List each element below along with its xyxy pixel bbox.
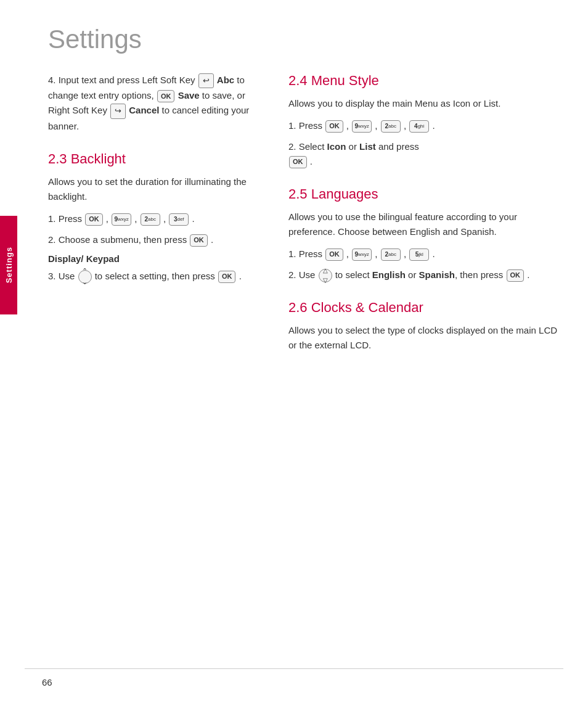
- 2abc-key-3: 2abc: [381, 248, 401, 261]
- 2abc-key-1: 2abc: [141, 213, 160, 226]
- ok-key-7: OK: [325, 248, 343, 261]
- 9wxyz-key-3: 9wxyz: [352, 248, 372, 261]
- main-content: Settings 4. Input text and press Left So…: [17, 0, 588, 385]
- right-soft-key-icon: [110, 104, 126, 119]
- section-24-heading: 2.4 Menu Style: [288, 73, 563, 89]
- right-column: 2.4 Menu Style Allows you to display the…: [288, 73, 563, 360]
- icon-option: Icon: [327, 141, 346, 152]
- sidebar-tab-label: Settings: [4, 247, 14, 283]
- columns: 4. Input text and press Left Soft Key Ab…: [48, 73, 563, 360]
- 9wxyz-key-1: 9wxyz: [112, 213, 131, 226]
- left-soft-key-icon: [198, 73, 214, 89]
- step-25-1-content: 1. Press OK , 9wxyz , 2abc , 5jkl .: [288, 247, 563, 261]
- step-25-1: 1. Press OK , 9wxyz , 2abc , 5jkl .: [288, 247, 563, 261]
- 3def-key-1: 3def: [169, 213, 189, 226]
- cancel-label: Cancel: [129, 105, 159, 115]
- step-25-2-content: 2. Use △▽ to select English or Spanish, …: [288, 268, 563, 282]
- step-23-2-content: 2. Choose a submenu, then press OK .: [48, 232, 258, 247]
- spanish-option: Spanish: [419, 269, 455, 280]
- display-keypad-label: Display/ Keypad: [48, 253, 258, 264]
- section-25-heading: 2.5 Languages: [288, 186, 563, 202]
- sidebar-tab: Settings: [0, 216, 17, 314]
- section-24-desc: Allows you to display the main Menu as I…: [288, 96, 563, 111]
- 9wxyz-key-2: 9wxyz: [352, 120, 372, 133]
- step-23-1-content: 1. Press OK , 9wxyz , 2abc , 3def .: [48, 211, 258, 226]
- ok-key-5: OK: [325, 120, 343, 133]
- step-23-2: 2. Choose a submenu, then press OK .: [48, 232, 258, 247]
- ok-key-2: OK: [85, 213, 103, 226]
- section-26-heading: 2.6 Clocks & Calendar: [288, 300, 563, 316]
- ok-key-6: OK: [289, 156, 307, 168]
- section-26-desc: Allows you to select the type of clocks …: [288, 323, 563, 353]
- step-23-1: 1. Press OK , 9wxyz , 2abc , 3def .: [48, 211, 258, 226]
- 4ghi-key-1: 4ghi: [409, 120, 429, 133]
- ok-key-3: OK: [190, 234, 208, 247]
- page-number: 66: [42, 677, 52, 688]
- page-title: Settings: [48, 25, 563, 54]
- 5jkl-key-1: 5jkl: [409, 248, 429, 261]
- step-23-3: 3. Use ⌃⌄ to select a setting, then pres…: [48, 269, 258, 284]
- nav-up-down-icon: ⌃⌄: [78, 270, 92, 284]
- abc-label: Abc: [217, 75, 234, 85]
- step-24-1: 1. Press OK , 9wxyz , 2abc , 4ghi .: [288, 118, 563, 133]
- section-23-heading: 2.3 Backlight: [48, 151, 258, 167]
- 2abc-key-2: 2abc: [381, 120, 401, 133]
- ok-key-8: OK: [507, 269, 525, 282]
- ok-key-4: OK: [218, 271, 236, 283]
- left-column: 4. Input text and press Left Soft Key Ab…: [48, 73, 258, 360]
- step-4-content: 4. Input text and press Left Soft Key Ab…: [48, 73, 258, 134]
- nav-icon-25: △▽: [319, 269, 332, 282]
- step-23-3-content: 3. Use ⌃⌄ to select a setting, then pres…: [48, 269, 258, 284]
- step-4: 4. Input text and press Left Soft Key Ab…: [48, 73, 258, 134]
- step-24-2: 2. Select Icon or List and press OK .: [288, 139, 563, 169]
- step-24-1-content: 1. Press OK , 9wxyz , 2abc , 4ghi .: [288, 118, 563, 133]
- ok-key-1: OK: [157, 90, 175, 102]
- save-label: Save: [178, 90, 200, 101]
- step-24-2-content: 2. Select Icon or List and press OK .: [288, 139, 563, 169]
- step-25-2: 2. Use △▽ to select English or Spanish, …: [288, 268, 563, 282]
- bottom-divider: [25, 668, 563, 669]
- page-container: Settings Settings 4. Input text and pres…: [0, 0, 588, 706]
- section-25-desc: Allows you to use the bilingual feature …: [288, 210, 563, 239]
- english-option: English: [372, 269, 406, 280]
- section-23-desc: Allows you to set the duration for illum…: [48, 174, 258, 204]
- list-option: List: [359, 141, 376, 152]
